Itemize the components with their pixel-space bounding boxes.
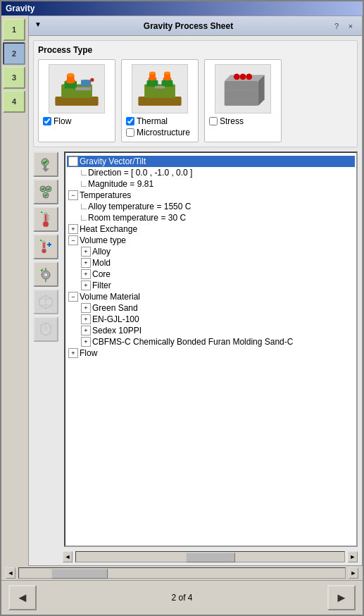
bottom-scrollbar-thumb[interactable] <box>51 569 108 579</box>
thermal-checkbox-label[interactable]: Thermal <box>126 116 168 126</box>
svg-point-52 <box>44 273 48 277</box>
svg-rect-25 <box>155 86 165 89</box>
stress-image <box>215 64 271 113</box>
help-icon[interactable]: ? <box>331 20 342 32</box>
tab-3[interactable]: 3 <box>3 66 25 89</box>
tree-item-cbfms[interactable]: + CBFMS-C Chemically Bonded Furan Moldin… <box>67 336 355 347</box>
svg-point-30 <box>246 74 252 80</box>
process-cards: Flow <box>38 59 353 142</box>
tree-item-room-temp[interactable]: Room temperature = 30 C <box>67 212 355 223</box>
scroll-left-btn[interactable]: ◄ <box>63 551 73 562</box>
panel-header: ▼ Gravity Process Sheet ? × <box>29 16 362 36</box>
tree-item-temperatures[interactable]: − Temperatures <box>67 190 355 201</box>
panel-icons: ? × <box>331 20 356 32</box>
tree-item-mold[interactable]: + Mold <box>67 257 355 269</box>
tree-item-filter[interactable]: + Filter <box>67 280 355 291</box>
tree-label-en-gjl: EN-GJL-100 <box>92 314 139 324</box>
expand-temperatures[interactable]: − <box>68 190 78 200</box>
expand-gravity-vector[interactable]: − <box>68 156 78 166</box>
bottom-scroll-right-btn[interactable]: ► <box>349 567 358 579</box>
tree-container[interactable]: − Gravity Vector/Tilt Direction = [ 0.0 … <box>64 152 358 547</box>
svg-marker-36 <box>42 168 49 172</box>
stress-checkbox-label[interactable]: Stress <box>209 116 244 126</box>
expand-core[interactable]: + <box>81 269 91 279</box>
back-button[interactable]: ◄ <box>8 585 37 610</box>
bottom-scroll-left-btn[interactable]: ◄ <box>6 567 15 579</box>
scrollbar-thumb[interactable] <box>186 553 235 562</box>
tree-item-magnitude[interactable]: Magnitude = 9.81 <box>67 178 355 190</box>
expand-heat-exchange[interactable]: + <box>68 224 78 234</box>
svg-point-24 <box>164 72 170 75</box>
flow-checkbox-label[interactable]: Flow <box>43 116 71 126</box>
microstructure-checkbox-label[interactable]: Microstructure <box>126 128 190 137</box>
window-title: Gravity <box>6 4 34 13</box>
footer: ◄ 2 of 4 ► <box>1 580 363 615</box>
tree-label-alloy-temp: Alloy temperature = 1550 C <box>88 202 191 211</box>
tree-label-heat-exchange: Heat Exchange <box>80 224 137 234</box>
expand-mold[interactable]: + <box>81 258 91 268</box>
expand-en-gjl[interactable]: + <box>81 314 91 324</box>
svg-rect-11 <box>138 97 181 106</box>
toolbar-btn-wrench[interactable] <box>33 261 58 287</box>
expand-cbfms[interactable]: + <box>81 337 91 347</box>
tree-label-flow: Flow <box>80 348 97 358</box>
tree-item-alloy-temp[interactable]: Alloy temperature = 1550 C <box>67 201 355 212</box>
tree-label-core: Core <box>92 269 111 279</box>
svg-rect-35 <box>44 165 46 168</box>
expand-filter[interactable]: + <box>81 281 91 290</box>
expand-flow[interactable]: + <box>68 348 78 358</box>
toolbar-btn-thermometer[interactable] <box>33 207 58 232</box>
scroll-right-btn[interactable]: ► <box>348 551 358 562</box>
toolbar-btn-check-down[interactable] <box>33 152 58 177</box>
tree-label-direction: Direction = [ 0.0 , -1.0 , 0.0 ] <box>88 168 192 178</box>
thermal-checkbox[interactable] <box>126 117 134 125</box>
stress-card: Stress <box>204 59 282 142</box>
tree-item-volume-material[interactable]: − Volume Material <box>67 291 355 302</box>
tree-label-green-sand: Green Sand <box>92 303 138 313</box>
main-panel: ▼ Gravity Process Sheet ? × Process Type <box>28 16 363 566</box>
close-icon[interactable]: × <box>345 20 356 32</box>
expand-green-sand[interactable]: + <box>81 303 91 313</box>
dropdown-arrow-icon[interactable]: ▼ <box>34 20 46 32</box>
expand-alloy[interactable]: + <box>81 247 91 257</box>
tree-item-direction[interactable]: Direction = [ 0.0 , -1.0 , 0.0 ] <box>67 167 355 178</box>
svg-point-29 <box>234 74 240 80</box>
tree-item-sedex[interactable]: + Sedex 10PPI <box>67 325 355 336</box>
stress-checkbox[interactable] <box>209 117 218 125</box>
expand-sedex[interactable]: + <box>81 326 91 335</box>
tree-item-heat-exchange[interactable]: + Heat Exchange <box>67 223 355 235</box>
tab-2[interactable]: 2 <box>3 42 25 65</box>
tree-hscroll[interactable]: ◄ ► <box>63 551 358 562</box>
thermal-card: Thermal Microstructure <box>121 59 199 142</box>
svg-rect-9 <box>75 87 91 90</box>
tree-label-cbfms: CBFMS-C Chemically Bonded Furan Molding … <box>92 337 293 347</box>
tree-label-volume-material: Volume Material <box>80 292 140 302</box>
expand-volume-material[interactable]: − <box>68 292 78 302</box>
flow-checkbox[interactable] <box>43 117 51 125</box>
forward-button[interactable]: ► <box>327 585 356 610</box>
expand-volume-type[interactable]: − <box>68 235 78 245</box>
microstructure-checkbox[interactable] <box>126 128 134 137</box>
flow-checkboxes: Flow <box>43 116 111 126</box>
svg-point-48 <box>42 249 46 253</box>
tab-1[interactable]: 1 <box>3 18 25 41</box>
tree-label-temperatures: Temperatures <box>80 190 131 200</box>
panel-title: Gravity Process Sheet <box>46 21 331 31</box>
toolbar-btn-cube3d <box>33 316 58 342</box>
toolbar-btn-group[interactable] <box>33 179 58 204</box>
tree-item-alloy[interactable]: + Alloy <box>67 246 355 257</box>
tree-item-flow[interactable]: + Flow <box>67 347 355 359</box>
tree-label-mold: Mold <box>92 258 111 268</box>
tree-label-filter: Filter <box>92 281 111 290</box>
tree-item-volume-type[interactable]: − Volume type <box>67 235 355 246</box>
tree-item-en-gjl[interactable]: + EN-GJL-100 <box>67 314 355 325</box>
page-info: 2 of 4 <box>171 593 192 603</box>
tree-item-gravity-vector[interactable]: − Gravity Vector/Tilt <box>67 156 355 167</box>
toolbar-btn-temp-plus[interactable] <box>33 234 58 259</box>
tree-item-core[interactable]: + Core <box>67 269 355 280</box>
bottom-hscroll: ◄ ► <box>1 566 363 580</box>
thermal-checkboxes: Thermal Microstructure <box>126 116 194 137</box>
svg-rect-0 <box>55 97 98 106</box>
tree-item-green-sand[interactable]: + Green Sand <box>67 302 355 314</box>
tab-4[interactable]: 4 <box>3 90 25 113</box>
